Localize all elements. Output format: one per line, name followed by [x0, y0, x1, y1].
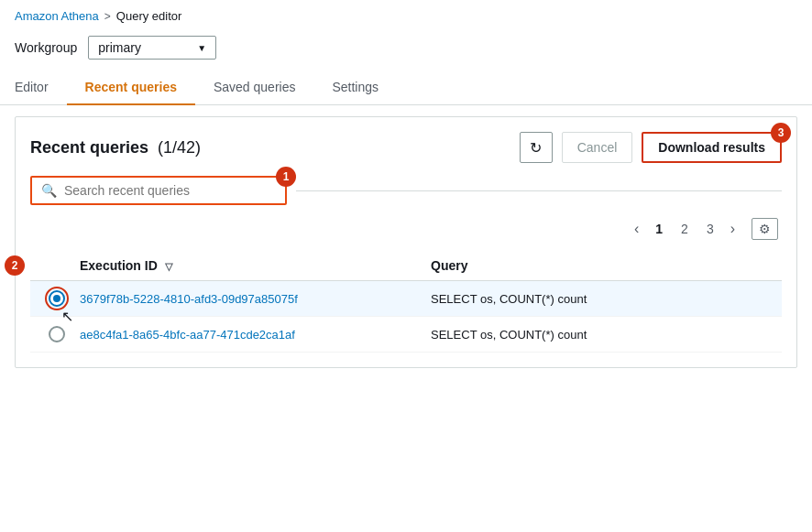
tab-settings[interactable]: Settings — [313, 71, 397, 105]
row-query: SELECT os, COUNT(*) count — [431, 292, 782, 306]
radio-inner — [53, 295, 60, 302]
row-query: SELECT os, COUNT(*) count — [431, 328, 782, 342]
breadcrumb: Amazon Athena > Query editor — [0, 0, 812, 28]
workgroup-select[interactable]: primary ▼ — [88, 36, 216, 60]
pagination-nav: ‹ 1 2 3 › — [629, 219, 741, 239]
download-results-button[interactable]: Download results — [642, 132, 782, 163]
radio-button-selected[interactable]: ↖ — [49, 290, 65, 307]
annotation-badge-2: 2 — [5, 255, 25, 276]
tab-saved-queries[interactable]: Saved queries — [195, 71, 314, 105]
page-1-button[interactable]: 1 — [648, 220, 670, 238]
tab-recent-queries[interactable]: Recent queries — [67, 71, 195, 105]
search-icon: 🔍 — [41, 183, 57, 198]
panel-header-row: Recent queries (1/42) ↻ Cancel 3 Downloa… — [30, 132, 782, 163]
row-radio-col[interactable] — [30, 326, 80, 342]
tab-editor[interactable]: Editor — [15, 71, 67, 105]
refresh-button[interactable]: ↻ — [520, 132, 553, 163]
cancel-button[interactable]: Cancel — [562, 132, 633, 163]
page-2-button[interactable]: 2 — [674, 220, 696, 238]
workgroup-label: Workgroup — [15, 40, 77, 55]
panel-title: Recent queries — [30, 138, 148, 157]
table-row[interactable]: ↖ 3679f78b-5228-4810-afd3-09d97a85075f S… — [30, 281, 782, 317]
radio-button-unselected[interactable] — [49, 326, 65, 342]
table-header-row: 2 Execution ID ▽ Query — [30, 251, 782, 281]
query-count: (1/42) — [158, 138, 201, 157]
table-settings-button[interactable]: ⚙ — [752, 218, 778, 240]
prev-page-button[interactable]: ‹ — [629, 219, 644, 239]
workgroup-value: primary — [98, 40, 141, 55]
chevron-down-icon: ▼ — [197, 43, 206, 53]
next-page-button[interactable]: › — [725, 219, 741, 239]
breadcrumb-home-link[interactable]: Amazon Athena — [15, 9, 99, 23]
annotation-badge-3: 3 — [771, 123, 791, 143]
tabs-bar: Editor Recent queries Saved queries Sett… — [0, 71, 812, 105]
breadcrumb-current: Query editor — [116, 9, 182, 23]
page-3-button[interactable]: 3 — [699, 220, 721, 238]
header-execid: Execution ID ▽ — [80, 258, 431, 273]
sort-icon[interactable]: ▽ — [165, 261, 172, 272]
row-execution-id[interactable]: ae8c4fa1-8a65-4bfc-aa77-471cde2ca1af — [80, 328, 431, 342]
search-box[interactable]: 🔍 — [30, 176, 287, 205]
header-query: Query — [431, 258, 782, 273]
gear-icon: ⚙ — [759, 222, 771, 236]
pagination-row: ‹ 1 2 3 › ⚙ — [30, 218, 782, 240]
search-input[interactable] — [64, 183, 276, 198]
breadcrumb-separator: > — [104, 10, 111, 23]
row-execution-id[interactable]: 3679f78b-5228-4810-afd3-09d97a85075f — [80, 292, 431, 306]
table-row[interactable]: ae8c4fa1-8a65-4bfc-aa77-471cde2ca1af SEL… — [30, 317, 782, 353]
workgroup-row: Workgroup primary ▼ — [0, 28, 812, 71]
search-row: 🔍 1 — [30, 176, 782, 205]
row-radio-col[interactable]: ↖ — [30, 290, 80, 307]
main-panel: Recent queries (1/42) ↻ Cancel 3 Downloa… — [15, 116, 797, 368]
results-table: 2 Execution ID ▽ Query ↖ 3679f78b-5228-4… — [30, 251, 782, 353]
annotation-badge-1: 1 — [276, 167, 296, 187]
